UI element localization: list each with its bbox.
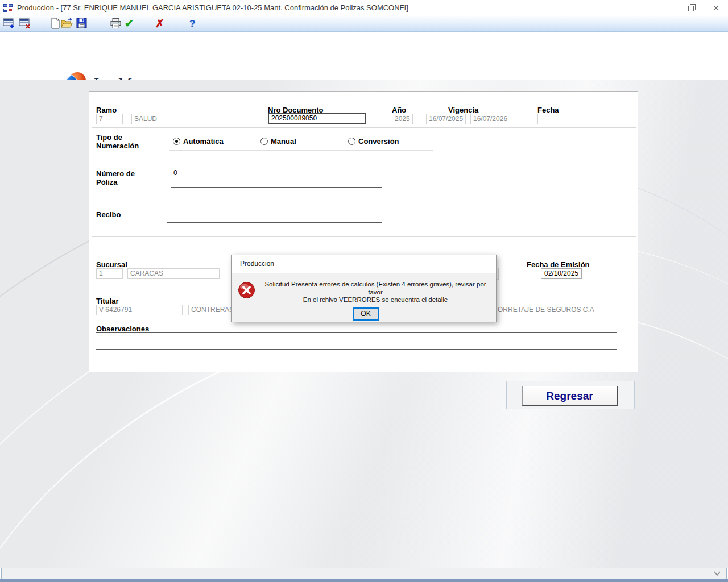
ramo-label: Ramo xyxy=(96,106,117,114)
ano-field[interactable]: 2025 xyxy=(392,114,413,124)
fecha-emision-field[interactable]: 02/10/2025 xyxy=(541,268,582,279)
sucursal-code-field[interactable]: 1 xyxy=(96,268,123,279)
radio-automatica[interactable]: Automática xyxy=(173,137,224,146)
error-dialog: Produccion Solicitud Presenta errores de… xyxy=(231,255,497,322)
add-record-icon[interactable] xyxy=(2,18,15,30)
sucursal-label: Sucursal xyxy=(96,260,127,269)
titular-broker-field[interactable]: ORRETAJE DE SEGUROS C.A xyxy=(481,305,626,315)
numero-poliza-field[interactable]: 0 xyxy=(171,168,382,188)
restore-button[interactable] xyxy=(679,0,703,16)
help-icon[interactable]: ? xyxy=(186,18,198,30)
fecha-field[interactable] xyxy=(537,114,577,124)
window-titlebar: Produccion - [77 Sr. ENRIQUE MANUEL GARC… xyxy=(0,0,728,16)
new-document-icon[interactable] xyxy=(49,18,61,30)
fecha-label: Fecha xyxy=(537,106,559,114)
tipo-numeracion-label: Tipo de Numeración xyxy=(96,133,152,150)
delete-record-icon[interactable] xyxy=(18,18,31,30)
header: La Mundial de Seguros 58 212-2839619 inf… xyxy=(0,32,728,80)
close-button[interactable]: ✕ xyxy=(704,0,728,16)
dialog-body: Solicitud Presenta errores de calculos (… xyxy=(232,273,496,322)
radio-icon xyxy=(260,138,268,145)
confirm-icon[interactable]: ✔ xyxy=(123,18,135,30)
dialog-message: Solicitud Presenta errores de calculos (… xyxy=(258,281,493,304)
app-icon xyxy=(3,3,13,13)
chevron-down-icon[interactable] xyxy=(714,571,721,576)
ano-label: Año xyxy=(392,106,406,114)
titular-id-field[interactable]: V-6426791 xyxy=(96,305,183,315)
window-title: Produccion - [77 Sr. ENRIQUE MANUEL GARC… xyxy=(17,0,408,16)
radio-selected-icon xyxy=(173,138,180,145)
recibo-field[interactable] xyxy=(167,205,382,223)
dialog-title: Produccion xyxy=(232,255,496,273)
bottom-combobox[interactable] xyxy=(1,568,727,579)
observaciones-label: Observaciones xyxy=(96,325,149,333)
cancel-icon[interactable]: ✗ xyxy=(154,18,166,30)
regresar-button[interactable]: Regresar xyxy=(522,386,618,406)
dialog-message-line1: Solicitud Presenta errores de calculos (… xyxy=(258,281,493,296)
radio-icon xyxy=(348,138,355,145)
vigencia-to-field[interactable]: 16/07/2026 xyxy=(470,114,510,124)
regresar-panel: Regresar xyxy=(506,381,635,409)
recibo-label: Recibo xyxy=(96,210,121,219)
radio-conversion[interactable]: Conversión xyxy=(348,137,399,146)
radio-manual[interactable]: Manual xyxy=(260,137,296,146)
observaciones-field[interactable] xyxy=(96,332,617,350)
dialog-message-line2: En el rchivo VEERRORES se encuentra el d… xyxy=(258,296,493,304)
separator xyxy=(92,236,636,237)
separator xyxy=(92,127,636,128)
nro-documento-field[interactable]: 202500089050 xyxy=(268,113,366,124)
error-icon xyxy=(238,281,255,299)
vigencia-from-field[interactable]: 16/07/2025 xyxy=(426,114,466,124)
ramo-name-field[interactable]: SALUD xyxy=(131,114,245,124)
titular-label: Titular xyxy=(96,297,119,305)
minimize-button[interactable] xyxy=(654,0,678,16)
numero-poliza-label: Número de Póliza xyxy=(96,169,156,186)
fecha-emision-label: Fecha de Emisión xyxy=(527,260,590,269)
confirmation-form-panel: Ramo 7 SALUD Nro Documento 202500089050 … xyxy=(89,91,638,372)
ramo-code-field[interactable]: 7 xyxy=(96,114,123,124)
desktop-background: Ramo 7 SALUD Nro Documento 202500089050 … xyxy=(0,80,728,568)
vigencia-label: Vigencia xyxy=(448,106,478,114)
ok-button[interactable]: OK xyxy=(353,307,379,321)
tipo-numeracion-group: Automática Manual Conversión xyxy=(169,132,433,151)
print-icon[interactable] xyxy=(109,18,122,30)
save-icon[interactable] xyxy=(75,18,88,30)
toolbar: ✔ ✗ ? xyxy=(0,16,728,32)
window-bottom-edge xyxy=(0,579,728,582)
open-folder-icon[interactable] xyxy=(60,18,73,30)
sucursal-name-field[interactable]: CARACAS xyxy=(127,268,220,279)
